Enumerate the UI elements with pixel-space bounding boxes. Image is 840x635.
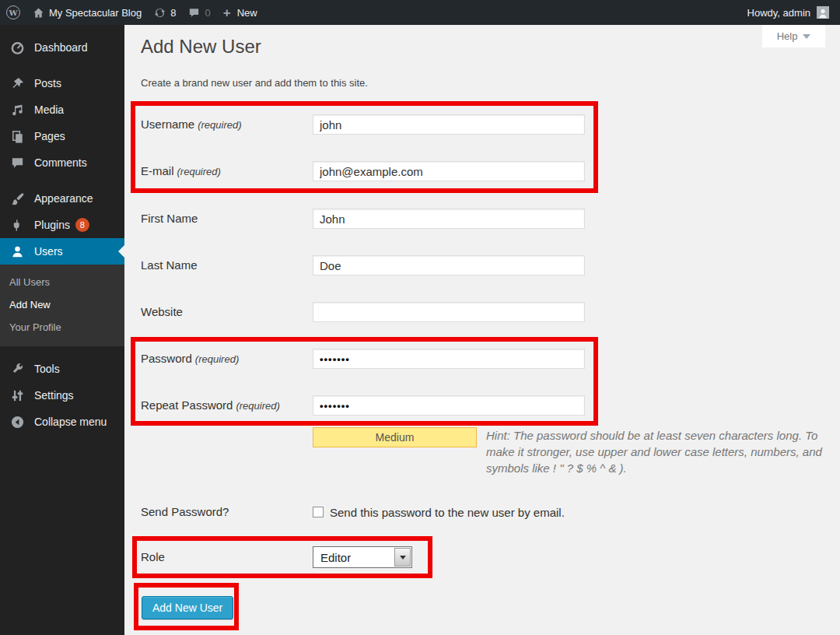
- sidebar-item-label: Appearance: [34, 192, 93, 205]
- updates-icon: [154, 7, 166, 19]
- role-label: Role: [141, 546, 313, 568]
- speech-bubble-icon: [6, 156, 28, 170]
- site-menu[interactable]: My Spectacular Blog: [33, 0, 142, 25]
- site-name: My Spectacular Blog: [49, 7, 142, 19]
- username-row: Username(required): [141, 114, 585, 135]
- sidebar-item-plugins[interactable]: Plugins 8: [0, 212, 124, 238]
- sidebar-item-label: Collapse menu: [34, 416, 107, 428]
- password-field[interactable]: [313, 349, 585, 369]
- email-label: E-mail(required): [141, 161, 313, 182]
- sidebar-item-posts[interactable]: Posts: [0, 70, 124, 96]
- home-icon: [33, 7, 44, 19]
- page-subtitle: Create a brand new user and add them to …: [141, 77, 368, 89]
- username-label: Username(required): [141, 114, 313, 135]
- new-content-menu[interactable]: + New: [223, 0, 257, 25]
- email-field[interactable]: [313, 161, 585, 181]
- sidebar-item-pages[interactable]: Pages: [0, 123, 124, 149]
- comment-bubble-icon: [188, 7, 200, 19]
- users-submenu: All Users Add New Your Profile: [0, 265, 124, 346]
- collapse-arrow-icon: [6, 415, 28, 430]
- pages-icon: [6, 129, 28, 144]
- wordpress-logo-menu[interactable]: W: [6, 0, 20, 25]
- pushpin-icon: [6, 76, 28, 91]
- send-password-label: Send Password?: [141, 502, 313, 522]
- submenu-all-users[interactable]: All Users: [0, 271, 124, 293]
- dashboard-icon: [6, 40, 28, 55]
- sidebar-item-dashboard[interactable]: Dashboard: [0, 34, 124, 61]
- media-icon: [6, 103, 28, 118]
- sidebar-item-tools[interactable]: Tools: [0, 356, 124, 382]
- repeat-password-row: Repeat Password(required): [141, 395, 585, 416]
- paintbrush-icon: [6, 191, 28, 206]
- current-menu-arrow: [118, 245, 124, 258]
- send-password-checkbox[interactable]: [313, 507, 324, 517]
- sidebar-item-label: Dashboard: [34, 41, 88, 54]
- sidebar-item-label: Media: [34, 103, 64, 116]
- website-label: Website: [141, 302, 313, 322]
- select-arrow-button[interactable]: [394, 548, 411, 567]
- role-row: Role Editor: [141, 546, 412, 568]
- sidebar-item-media[interactable]: Media: [0, 96, 124, 123]
- chevron-down-icon: [400, 556, 406, 560]
- admin-sidebar: Dashboard Posts Media Pages Comments App…: [0, 25, 124, 635]
- page-title: Add New User: [141, 36, 261, 58]
- sidebar-item-label: Comments: [34, 156, 87, 169]
- required-marker: (required): [198, 119, 241, 131]
- sidebar-item-comments[interactable]: Comments: [0, 149, 124, 176]
- password-strength-meter: Medium: [313, 427, 477, 447]
- email-row: E-mail(required): [141, 161, 585, 182]
- sidebar-item-label: Plugins: [34, 219, 70, 231]
- role-select[interactable]: Editor: [313, 546, 412, 568]
- sidebar-item-settings[interactable]: Settings: [0, 382, 124, 409]
- required-marker: (required): [177, 166, 221, 177]
- plus-icon: +: [223, 6, 231, 19]
- plugins-update-badge: 8: [75, 218, 89, 232]
- first-name-field[interactable]: [313, 209, 585, 229]
- first-name-row: First Name: [141, 209, 585, 229]
- password-strength-area: Medium Hint: The password should be at l…: [313, 427, 826, 476]
- required-marker: (required): [195, 353, 239, 365]
- wrench-icon: [6, 362, 28, 377]
- password-row: Password(required): [141, 349, 585, 370]
- website-field[interactable]: [313, 302, 585, 322]
- chevron-down-icon: [803, 34, 810, 39]
- howdy-account-text[interactable]: Howdy, admin: [747, 7, 810, 19]
- sidebar-item-label: Tools: [34, 363, 60, 375]
- repeat-password-label: Repeat Password(required): [141, 395, 313, 416]
- required-marker: (required): [236, 400, 279, 412]
- settings-sliders-icon: [6, 388, 28, 403]
- last-name-label: Last Name: [141, 255, 313, 275]
- submenu-add-new[interactable]: Add New: [0, 293, 124, 316]
- username-field[interactable]: [313, 114, 585, 135]
- sidebar-item-label: Pages: [34, 130, 65, 142]
- sidebar-item-appearance[interactable]: Appearance: [0, 185, 124, 212]
- update-count: 8: [170, 7, 176, 19]
- user-icon: [6, 244, 28, 259]
- password-label: Password(required): [141, 349, 313, 370]
- send-password-row: Send Password? Send this password to the…: [141, 502, 565, 522]
- admin-bar: W My Spectacular Blog 8 0 + New Howdy, a…: [0, 0, 840, 25]
- add-new-user-button[interactable]: Add New User: [142, 596, 233, 619]
- send-password-checkbox-label: Send this password to the new user by em…: [330, 506, 565, 519]
- last-name-field[interactable]: [313, 255, 585, 275]
- comment-count: 0: [205, 7, 210, 19]
- new-label: New: [237, 7, 257, 19]
- website-row: Website: [141, 302, 585, 322]
- sidebar-item-label: Posts: [34, 77, 61, 89]
- repeat-password-field[interactable]: [313, 395, 585, 416]
- sidebar-item-collapse-menu[interactable]: Collapse menu: [0, 409, 124, 435]
- help-button[interactable]: Help: [762, 25, 825, 47]
- sidebar-item-label: Users: [34, 245, 63, 258]
- first-name-label: First Name: [141, 209, 313, 229]
- help-label: Help: [777, 30, 798, 42]
- plug-icon: [6, 218, 28, 233]
- sidebar-item-label: Settings: [34, 389, 74, 402]
- last-name-row: Last Name: [141, 255, 585, 275]
- wordpress-logo-icon: W: [6, 5, 20, 19]
- role-selected-value: Editor: [320, 551, 351, 564]
- comments-menu[interactable]: 0: [188, 0, 210, 25]
- avatar[interactable]: [817, 6, 829, 19]
- submenu-your-profile[interactable]: Your Profile: [0, 316, 124, 339]
- sidebar-item-users[interactable]: Users: [0, 238, 124, 265]
- updates-menu[interactable]: 8: [154, 0, 176, 25]
